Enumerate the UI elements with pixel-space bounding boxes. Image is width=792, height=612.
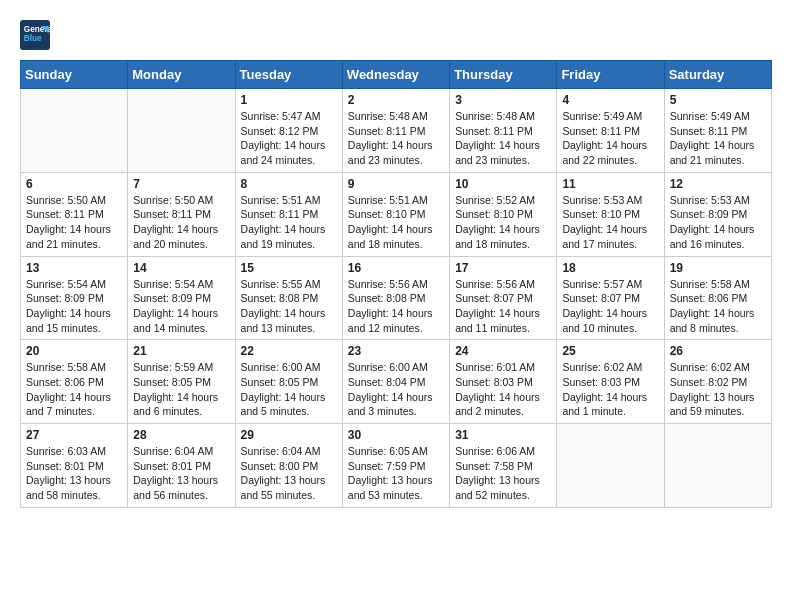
calendar-day: 15Sunrise: 5:55 AM Sunset: 8:08 PM Dayli… [235, 256, 342, 340]
logo: General Blue [20, 20, 54, 50]
calendar-week-5: 27Sunrise: 6:03 AM Sunset: 8:01 PM Dayli… [21, 424, 772, 508]
day-number: 10 [455, 177, 551, 191]
day-number: 12 [670, 177, 766, 191]
calendar-day: 4Sunrise: 5:49 AM Sunset: 8:11 PM Daylig… [557, 89, 664, 173]
calendar-day: 2Sunrise: 5:48 AM Sunset: 8:11 PM Daylig… [342, 89, 449, 173]
day-info: Sunrise: 5:55 AM Sunset: 8:08 PM Dayligh… [241, 277, 337, 336]
day-info: Sunrise: 6:02 AM Sunset: 8:02 PM Dayligh… [670, 360, 766, 419]
day-number: 3 [455, 93, 551, 107]
day-number: 19 [670, 261, 766, 275]
calendar-day: 6Sunrise: 5:50 AM Sunset: 8:11 PM Daylig… [21, 172, 128, 256]
calendar-day: 24Sunrise: 6:01 AM Sunset: 8:03 PM Dayli… [450, 340, 557, 424]
day-number: 15 [241, 261, 337, 275]
day-number: 2 [348, 93, 444, 107]
day-info: Sunrise: 5:54 AM Sunset: 8:09 PM Dayligh… [133, 277, 229, 336]
day-number: 11 [562, 177, 658, 191]
calendar-day: 3Sunrise: 5:48 AM Sunset: 8:11 PM Daylig… [450, 89, 557, 173]
calendar-day [128, 89, 235, 173]
day-number: 4 [562, 93, 658, 107]
day-number: 23 [348, 344, 444, 358]
calendar-week-3: 13Sunrise: 5:54 AM Sunset: 8:09 PM Dayli… [21, 256, 772, 340]
day-info: Sunrise: 6:03 AM Sunset: 8:01 PM Dayligh… [26, 444, 122, 503]
day-info: Sunrise: 6:01 AM Sunset: 8:03 PM Dayligh… [455, 360, 551, 419]
day-number: 18 [562, 261, 658, 275]
calendar-day: 12Sunrise: 5:53 AM Sunset: 8:09 PM Dayli… [664, 172, 771, 256]
calendar-day: 29Sunrise: 6:04 AM Sunset: 8:00 PM Dayli… [235, 424, 342, 508]
day-info: Sunrise: 5:50 AM Sunset: 8:11 PM Dayligh… [133, 193, 229, 252]
page-header: General Blue [20, 20, 772, 50]
calendar-table: SundayMondayTuesdayWednesdayThursdayFrid… [20, 60, 772, 508]
day-info: Sunrise: 5:47 AM Sunset: 8:12 PM Dayligh… [241, 109, 337, 168]
calendar-day: 17Sunrise: 5:56 AM Sunset: 8:07 PM Dayli… [450, 256, 557, 340]
calendar-day: 28Sunrise: 6:04 AM Sunset: 8:01 PM Dayli… [128, 424, 235, 508]
weekday-header-saturday: Saturday [664, 61, 771, 89]
calendar-day: 1Sunrise: 5:47 AM Sunset: 8:12 PM Daylig… [235, 89, 342, 173]
day-info: Sunrise: 6:02 AM Sunset: 8:03 PM Dayligh… [562, 360, 658, 419]
weekday-header-sunday: Sunday [21, 61, 128, 89]
day-info: Sunrise: 5:52 AM Sunset: 8:10 PM Dayligh… [455, 193, 551, 252]
day-number: 26 [670, 344, 766, 358]
calendar-day: 16Sunrise: 5:56 AM Sunset: 8:08 PM Dayli… [342, 256, 449, 340]
day-number: 21 [133, 344, 229, 358]
day-info: Sunrise: 6:00 AM Sunset: 8:05 PM Dayligh… [241, 360, 337, 419]
day-number: 31 [455, 428, 551, 442]
day-number: 25 [562, 344, 658, 358]
day-info: Sunrise: 5:49 AM Sunset: 8:11 PM Dayligh… [562, 109, 658, 168]
calendar-week-4: 20Sunrise: 5:58 AM Sunset: 8:06 PM Dayli… [21, 340, 772, 424]
calendar-day: 7Sunrise: 5:50 AM Sunset: 8:11 PM Daylig… [128, 172, 235, 256]
calendar-day: 23Sunrise: 6:00 AM Sunset: 8:04 PM Dayli… [342, 340, 449, 424]
day-number: 13 [26, 261, 122, 275]
day-info: Sunrise: 5:56 AM Sunset: 8:07 PM Dayligh… [455, 277, 551, 336]
calendar-day: 22Sunrise: 6:00 AM Sunset: 8:05 PM Dayli… [235, 340, 342, 424]
day-info: Sunrise: 6:06 AM Sunset: 7:58 PM Dayligh… [455, 444, 551, 503]
day-info: Sunrise: 6:05 AM Sunset: 7:59 PM Dayligh… [348, 444, 444, 503]
calendar-day: 21Sunrise: 5:59 AM Sunset: 8:05 PM Dayli… [128, 340, 235, 424]
calendar-day [664, 424, 771, 508]
day-info: Sunrise: 5:58 AM Sunset: 8:06 PM Dayligh… [670, 277, 766, 336]
day-info: Sunrise: 5:59 AM Sunset: 8:05 PM Dayligh… [133, 360, 229, 419]
calendar-day: 27Sunrise: 6:03 AM Sunset: 8:01 PM Dayli… [21, 424, 128, 508]
day-info: Sunrise: 6:04 AM Sunset: 8:00 PM Dayligh… [241, 444, 337, 503]
day-info: Sunrise: 5:48 AM Sunset: 8:11 PM Dayligh… [348, 109, 444, 168]
day-info: Sunrise: 5:48 AM Sunset: 8:11 PM Dayligh… [455, 109, 551, 168]
day-info: Sunrise: 5:51 AM Sunset: 8:10 PM Dayligh… [348, 193, 444, 252]
weekday-header-monday: Monday [128, 61, 235, 89]
day-number: 6 [26, 177, 122, 191]
weekday-header-row: SundayMondayTuesdayWednesdayThursdayFrid… [21, 61, 772, 89]
calendar-day: 14Sunrise: 5:54 AM Sunset: 8:09 PM Dayli… [128, 256, 235, 340]
calendar-week-1: 1Sunrise: 5:47 AM Sunset: 8:12 PM Daylig… [21, 89, 772, 173]
day-number: 30 [348, 428, 444, 442]
day-number: 17 [455, 261, 551, 275]
calendar-day [21, 89, 128, 173]
day-number: 1 [241, 93, 337, 107]
calendar-day [557, 424, 664, 508]
day-info: Sunrise: 5:54 AM Sunset: 8:09 PM Dayligh… [26, 277, 122, 336]
logo-icon: General Blue [20, 20, 50, 50]
day-info: Sunrise: 5:53 AM Sunset: 8:09 PM Dayligh… [670, 193, 766, 252]
day-info: Sunrise: 5:49 AM Sunset: 8:11 PM Dayligh… [670, 109, 766, 168]
day-number: 8 [241, 177, 337, 191]
calendar-day: 30Sunrise: 6:05 AM Sunset: 7:59 PM Dayli… [342, 424, 449, 508]
weekday-header-thursday: Thursday [450, 61, 557, 89]
calendar-day: 19Sunrise: 5:58 AM Sunset: 8:06 PM Dayli… [664, 256, 771, 340]
day-info: Sunrise: 5:56 AM Sunset: 8:08 PM Dayligh… [348, 277, 444, 336]
day-info: Sunrise: 6:00 AM Sunset: 8:04 PM Dayligh… [348, 360, 444, 419]
calendar-day: 9Sunrise: 5:51 AM Sunset: 8:10 PM Daylig… [342, 172, 449, 256]
calendar-day: 10Sunrise: 5:52 AM Sunset: 8:10 PM Dayli… [450, 172, 557, 256]
day-number: 27 [26, 428, 122, 442]
calendar-day: 11Sunrise: 5:53 AM Sunset: 8:10 PM Dayli… [557, 172, 664, 256]
day-info: Sunrise: 5:50 AM Sunset: 8:11 PM Dayligh… [26, 193, 122, 252]
weekday-header-wednesday: Wednesday [342, 61, 449, 89]
calendar-day: 5Sunrise: 5:49 AM Sunset: 8:11 PM Daylig… [664, 89, 771, 173]
day-number: 14 [133, 261, 229, 275]
svg-text:Blue: Blue [24, 34, 42, 43]
day-number: 22 [241, 344, 337, 358]
day-info: Sunrise: 5:53 AM Sunset: 8:10 PM Dayligh… [562, 193, 658, 252]
day-number: 5 [670, 93, 766, 107]
calendar-day: 25Sunrise: 6:02 AM Sunset: 8:03 PM Dayli… [557, 340, 664, 424]
day-number: 16 [348, 261, 444, 275]
calendar-day: 31Sunrise: 6:06 AM Sunset: 7:58 PM Dayli… [450, 424, 557, 508]
calendar-day: 20Sunrise: 5:58 AM Sunset: 8:06 PM Dayli… [21, 340, 128, 424]
day-info: Sunrise: 5:58 AM Sunset: 8:06 PM Dayligh… [26, 360, 122, 419]
day-number: 24 [455, 344, 551, 358]
